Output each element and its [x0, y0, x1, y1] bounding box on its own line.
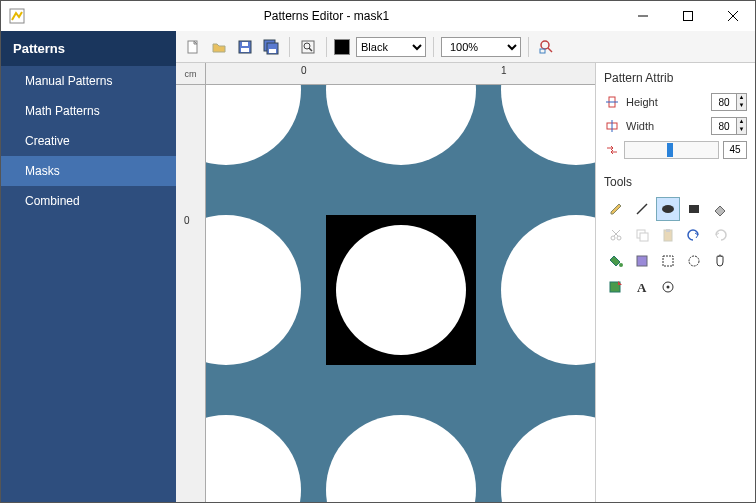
- cut-tool: [604, 223, 628, 247]
- ruler-unit: cm: [176, 63, 206, 85]
- pattern-circle: [206, 85, 301, 165]
- pattern-circle: [501, 85, 595, 165]
- toolbar: Black 100%: [176, 31, 755, 63]
- paste-tool: [656, 223, 680, 247]
- zoom-region-button[interactable]: [536, 36, 558, 58]
- minimize-button[interactable]: [620, 1, 665, 31]
- export-tool[interactable]: [604, 275, 628, 299]
- svg-rect-24: [689, 205, 699, 213]
- zoom-select[interactable]: 100%: [441, 37, 521, 57]
- pattern-circle: [326, 85, 476, 165]
- toolbar-separator: [433, 37, 434, 57]
- tools-grid: A: [604, 197, 747, 299]
- zoom-fit-button[interactable]: [297, 36, 319, 58]
- spin-down[interactable]: ▼: [737, 102, 746, 110]
- svg-rect-34: [637, 256, 647, 266]
- new-button[interactable]: [182, 36, 204, 58]
- sidebar-item-math-patterns[interactable]: Math Patterns: [1, 96, 176, 126]
- pattern-circle: [501, 215, 595, 365]
- undo-tool[interactable]: [682, 223, 706, 247]
- svg-line-14: [309, 48, 312, 51]
- ruler-horizontal: 0 1: [206, 63, 595, 85]
- open-button[interactable]: [208, 36, 230, 58]
- svg-point-33: [619, 263, 623, 267]
- maximize-button[interactable]: [665, 1, 710, 31]
- height-icon: [604, 94, 620, 110]
- circle-select-tool[interactable]: [656, 275, 680, 299]
- pattern-circle: [206, 415, 301, 502]
- offset-icon: [604, 142, 620, 158]
- tools-title: Tools: [604, 175, 747, 189]
- titlebar: Patterns Editor - mask1: [1, 1, 755, 31]
- height-input[interactable]: ▲▼: [711, 93, 747, 111]
- svg-rect-35: [663, 256, 673, 266]
- svg-rect-11: [269, 49, 276, 53]
- svg-rect-30: [640, 233, 648, 241]
- width-value[interactable]: [712, 118, 736, 134]
- fill-tool[interactable]: [604, 249, 628, 273]
- sidebar-item-manual-patterns[interactable]: Manual Patterns: [1, 66, 176, 96]
- sidebar-item-combined[interactable]: Combined: [1, 186, 176, 216]
- toolbar-separator: [289, 37, 290, 57]
- line-tool[interactable]: [630, 197, 654, 221]
- mask-circle: [336, 225, 466, 355]
- pattern-circle: [206, 215, 301, 365]
- sidebar: Patterns Manual Patterns Math Patterns C…: [1, 31, 176, 502]
- svg-rect-8: [242, 42, 248, 46]
- close-button[interactable]: [710, 1, 755, 31]
- svg-rect-2: [683, 11, 692, 20]
- redo-tool: [708, 223, 732, 247]
- height-label: Height: [626, 96, 705, 108]
- spin-down[interactable]: ▼: [737, 126, 746, 134]
- ruler-vertical: 0: [176, 85, 206, 502]
- svg-point-23: [662, 205, 674, 213]
- eraser-tool[interactable]: [708, 197, 732, 221]
- window-title: Patterns Editor - mask1: [33, 9, 620, 23]
- svg-point-26: [617, 236, 621, 240]
- ellipse-tool[interactable]: [656, 197, 680, 221]
- right-panel: Pattern Attrib Height ▲▼ Width ▲▼: [595, 63, 755, 502]
- app-icon: [9, 8, 25, 24]
- svg-point-40: [667, 286, 670, 289]
- canvas-area: cm 0 1 0: [176, 63, 595, 502]
- copy-tool: [630, 223, 654, 247]
- height-value[interactable]: [712, 94, 736, 110]
- svg-rect-7: [241, 48, 249, 52]
- svg-line-16: [548, 48, 552, 52]
- pattern-circle: [501, 415, 595, 502]
- rectangle-tool[interactable]: [682, 197, 706, 221]
- save-all-button[interactable]: [260, 36, 282, 58]
- offset-slider[interactable]: [624, 141, 719, 159]
- svg-rect-0: [10, 9, 24, 23]
- toolbar-separator: [528, 37, 529, 57]
- pencil-tool[interactable]: [604, 197, 628, 221]
- width-label: Width: [626, 120, 705, 132]
- width-input[interactable]: ▲▼: [711, 117, 747, 135]
- width-icon: [604, 118, 620, 134]
- window-buttons: [620, 1, 755, 31]
- offset-value: 45: [723, 141, 747, 159]
- svg-text:A: A: [637, 280, 647, 295]
- slider-thumb[interactable]: [667, 143, 673, 157]
- pattern-attrib-title: Pattern Attrib: [604, 71, 747, 85]
- toolbar-separator: [326, 37, 327, 57]
- sidebar-item-masks[interactable]: Masks: [1, 156, 176, 186]
- color-swatch[interactable]: [334, 39, 350, 55]
- sidebar-item-creative[interactable]: Creative: [1, 126, 176, 156]
- color-select[interactable]: Black: [356, 37, 426, 57]
- marquee-circle-tool[interactable]: [682, 249, 706, 273]
- hand-tool[interactable]: [708, 249, 732, 273]
- save-button[interactable]: [234, 36, 256, 58]
- text-tool[interactable]: A: [630, 275, 654, 299]
- color-fill-tool[interactable]: [630, 249, 654, 273]
- sidebar-header: Patterns: [1, 31, 176, 66]
- svg-point-36: [689, 256, 699, 266]
- pattern-circle: [326, 415, 476, 502]
- spin-up[interactable]: ▲: [737, 94, 746, 102]
- mask-tile: [326, 215, 476, 365]
- selection-tool[interactable]: [656, 249, 680, 273]
- canvas[interactable]: [206, 85, 595, 502]
- svg-point-15: [541, 41, 549, 49]
- spin-up[interactable]: ▲: [737, 118, 746, 126]
- svg-line-22: [637, 204, 647, 214]
